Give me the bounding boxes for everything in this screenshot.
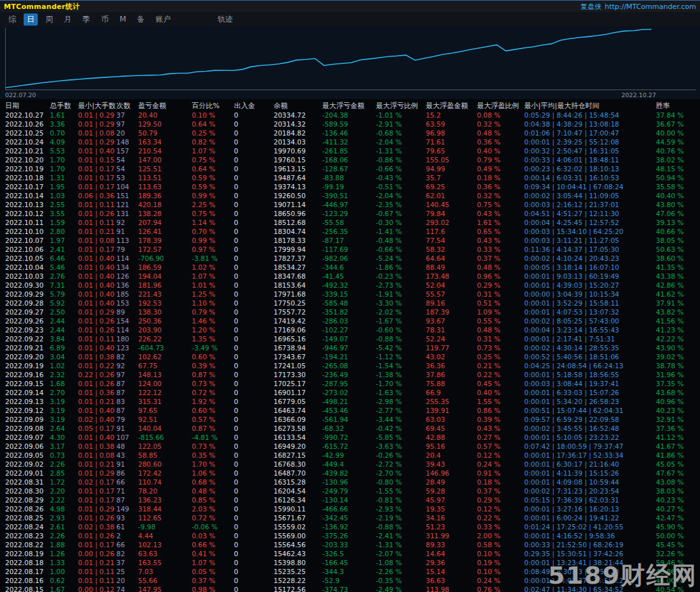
table-row[interactable]: 2022.09.05 0.73 0.01 | 0.08 43 58.85 0.3… (0, 451, 700, 460)
table-row[interactable]: 2022.09.30 7.31 0.01 | 0.40 136 181.96 1… (0, 281, 700, 290)
cell-max-float-loss-pct: -2.91 % (376, 120, 426, 129)
table-row[interactable]: 2022.10.21 5.53 0.01 | 0.40 157 210.54 1… (0, 146, 700, 155)
cell-pnl-amount: 147.95 (138, 585, 192, 592)
cell-date: 2022.10.25 (5, 129, 50, 137)
table-row[interactable]: 2022.10.04 5.46 0.01 | 0.40 134 186.59 1… (0, 263, 700, 272)
table-row[interactable]: 2022.10.14 1.03 0.06 | 0.36 151 189.36 0… (0, 191, 700, 200)
table-row[interactable]: 2022.09.22 3.84 0.01 | 0.11 180 226.22 1… (0, 334, 700, 343)
tab-account[interactable]: 账户 (152, 13, 174, 26)
cell-cashflow: 0 (234, 513, 274, 522)
cell-max-float-profit: 93.67 (426, 316, 477, 325)
table-row[interactable]: 2022.09.29 5.79 0.01 | 0.40 185 221.43 1… (0, 290, 700, 299)
table-row[interactable]: 2022.08.16 0.62 0.01 | 0.11 20 55.66 0.3… (0, 576, 700, 585)
table-row[interactable]: 2022.09.01 2.85 0.01 | 0.29 86 172.42 1.… (0, 469, 700, 478)
table-row[interactable]: 2022.09.12 3.19 0.01 | 0.40 87 97.65 0.6… (0, 406, 700, 415)
table-row[interactable]: 2022.10.10 2.80 0.01 | 0.21 91 126.41 0.… (0, 227, 700, 236)
cell-max-float-profit: 37.86 (426, 370, 477, 379)
table-row[interactable]: 2022.09.02 2.26 0.01 | 0.21 91 280.60 1.… (0, 460, 700, 469)
table-row[interactable]: 2022.08.22 1.88 0.01 | 0.17 66 102.13 0.… (0, 540, 700, 549)
tab-quarterly[interactable]: 季 (79, 13, 93, 26)
table-row[interactable]: 2022.09.26 2.44 0.01 | 0.26 154 250.36 1… (0, 316, 700, 325)
table-row[interactable]: 2022.09.16 2.32 0.22 | 0.26 97 148.13 0.… (0, 370, 700, 379)
cell-date: 2022.09.29 (5, 290, 50, 299)
tab-daily[interactable]: 日 (24, 13, 38, 26)
table-row[interactable]: 2022.09.21 6.89 0.01 | 0.40 123 -604.73 … (0, 343, 700, 352)
cell-date: 2022.09.23 (5, 325, 50, 334)
table-row[interactable]: 2022.08.30 2.20 0.01 | 0.17 71 78.20 0.4… (0, 487, 700, 495)
cell-min-max-lots: 0.01 | 0.40 (78, 343, 116, 352)
table-row[interactable]: 2022.09.07 4.30 0.01 | 0.40 107 -815.66 … (0, 433, 700, 442)
table-row[interactable]: 2022.08.19 1.26 0.00 | 0.26 82 63.63 0.4… (0, 549, 700, 558)
cell-cashflow: 0 (234, 433, 274, 442)
table-row[interactable]: 2022.10.12 3.55 0.01 | 0.26 131 138.28 0… (0, 209, 700, 218)
cell-min-max-lots: 0.01 | 0.40 (78, 433, 116, 442)
cell-max-float-profit: 28.49 (426, 478, 477, 487)
col-max-float-profit: 最大浮盈金额 (426, 101, 477, 111)
cell-count: 91 (116, 460, 138, 469)
cell-balance: 15569.00 (274, 531, 322, 540)
tab-weekly[interactable]: 周 (42, 13, 56, 26)
table-row[interactable]: 2022.10.03 2.76 0.01 | 0.40 126 194.04 1… (0, 272, 700, 281)
cell-max-float-loss-pct: -1.12 % (376, 352, 426, 361)
table-row[interactable]: 2022.08.25 2.93 0.01 | 0.26 93 112.65 0.… (0, 513, 700, 522)
cell-max-float-profit: 64.64 (426, 254, 477, 263)
cell-win-rate: 45.05 % (656, 460, 694, 469)
cell-pnl-amount: 172.57 (138, 245, 192, 254)
table-row[interactable]: 2022.09.19 1.02 0.01 | 0.22 92 67.75 0.3… (0, 361, 700, 370)
table-row[interactable]: 2022.10.13 2.55 0.01 | 0.11 121 420.18 2… (0, 200, 700, 209)
table-row[interactable]: 2022.10.19 1.70 0.01 | 0.17 54 125.51 0.… (0, 164, 700, 173)
table-row[interactable]: 2022.08.26 4.98 0.01 | 0.29 149 318.44 2… (0, 504, 700, 513)
table-row[interactable]: 2022.10.26 3.36 0.01 | 0.29 97 129.50 0.… (0, 120, 700, 129)
table-row[interactable]: 2022.10.18 1.31 0.01 | 0.17 53 113.51 0.… (0, 173, 700, 182)
table-row[interactable]: 2022.09.15 1.68 0.01 | 0.26 87 124.00 0.… (0, 379, 700, 388)
tab-monthly[interactable]: 月 (61, 13, 75, 26)
cell-balance: 17241.05 (274, 361, 322, 370)
table-row[interactable]: 2022.10.27 1.61 0.01 | 0.29 37 20.40 0.1… (0, 111, 700, 120)
table-row[interactable]: 2022.08.18 1.33 0.01 | 0.21 37 163.55 1.… (0, 558, 700, 567)
table-row[interactable]: 2022.08.24 2.61 0.02 | 0.38 61 -9.98 -0.… (0, 522, 700, 531)
table-row[interactable]: 2022.08.31 1.72 0.02 | 0.17 66 110.74 0.… (0, 478, 700, 487)
table-row[interactable]: 2022.08.29 2.22 0.01 | 0.17 87 136.23 0.… (0, 495, 700, 504)
cell-max-float-profit-pct: 0.32 % (477, 191, 524, 200)
tab-notes[interactable]: 备 (134, 13, 148, 26)
cell-max-float-profit-pct: 0.43 % (477, 209, 524, 218)
table-row[interactable]: 2022.09.13 3.19 0.01 | 0.21 83 315.31 1.… (0, 397, 700, 406)
cell-cashflow: 0 (234, 576, 274, 585)
table-row[interactable]: 2022.08.15 1.67 0.00 | 0.12 74 147.95 0.… (0, 585, 700, 592)
table-row[interactable]: 2022.10.05 6.46 0.01 | 0.40 114 -706.90 … (0, 254, 700, 263)
table-row[interactable]: 2022.10.24 4.09 0.01 | 0.29 148 163.34 0… (0, 137, 700, 146)
cell-total-lots: 3.84 (50, 334, 78, 343)
table-row[interactable]: 2022.09.06 3.17 0.01 | 0.38 48 122.05 0.… (0, 442, 700, 451)
tab-summary[interactable]: 综 (5, 13, 19, 26)
cell-max-float-loss: -273.02 (322, 388, 376, 397)
table-row[interactable]: 2022.10.06 2.41 0.01 | 0.17 79 172.57 0.… (0, 245, 700, 254)
table-row[interactable]: 2022.10.07 1.97 0.01 | 0.08 113 178.39 0… (0, 236, 700, 245)
cell-balance: 17750.25 (274, 299, 322, 308)
table-row[interactable]: 2022.10.20 1.70 0.01 | 0.15 54 147.00 0.… (0, 155, 700, 164)
table-row[interactable]: 2022.10.11 1.59 0.01 | 0.11 92 207.94 1.… (0, 218, 700, 227)
table-row[interactable]: 2022.09.27 2.50 0.01 | 0.29 89 138.30 0.… (0, 308, 700, 316)
cell-balance: 15398.80 (274, 558, 322, 567)
tab-currency[interactable]: 币 (98, 13, 112, 26)
tab-m[interactable]: M (116, 14, 129, 24)
cell-balance: 19374.13 (274, 182, 322, 191)
table-row[interactable]: 2022.09.08 2.64 0.05 | 0.17 91 140.04 0.… (0, 424, 700, 433)
cell-max-float-profit-pct: 0.31 % (477, 290, 524, 299)
tab-trajectory[interactable]: 轨迹 (214, 13, 236, 26)
table-row[interactable]: 2022.10.17 1.95 0.01 | 0.17 104 113.63 0… (0, 182, 700, 191)
cell-max-float-loss-pct: -2.77 % (376, 406, 426, 415)
table-row[interactable]: 2022.09.20 3.04 0.01 | 0.38 82 102.62 0.… (0, 352, 700, 361)
cell-hold-time: 0:00:02 | 4:10:24 | 20:43:23 (524, 254, 656, 263)
table-row[interactable]: 2022.10.25 0.70 0.01 | 0.08 20 50.79 0.2… (0, 129, 700, 137)
table-row[interactable]: 2022.09.14 2.70 0.01 | 0.36 87 122.12 0.… (0, 388, 700, 397)
col-total-lots: 总手数 (50, 101, 78, 111)
table-row[interactable]: 2022.09.09 3.19 0.02 | 0.40 79 92.51 0.5… (0, 415, 700, 424)
cell-min-max-lots: 0.00 | 0.26 (78, 549, 116, 558)
table-row[interactable]: 2022.09.28 5.92 0.01 | 0.40 153 192.53 1… (0, 299, 700, 308)
table-row[interactable]: 2022.09.23 2.44 0.01 | 0.26 114 203.90 1… (0, 325, 700, 334)
brand-url-link[interactable]: http://MTCommander.com (605, 3, 696, 11)
table-row[interactable]: 2022.08.23 2.26 0.01 | 0.26 2 4.44 0.03 … (0, 531, 700, 540)
brand-name: 复盘侠 (580, 2, 602, 12)
cell-cashflow: 0 (234, 585, 274, 592)
table-row[interactable]: 2022.08.17 1.00 0.01 | 0.11 25 7.03 0.05… (0, 567, 700, 576)
